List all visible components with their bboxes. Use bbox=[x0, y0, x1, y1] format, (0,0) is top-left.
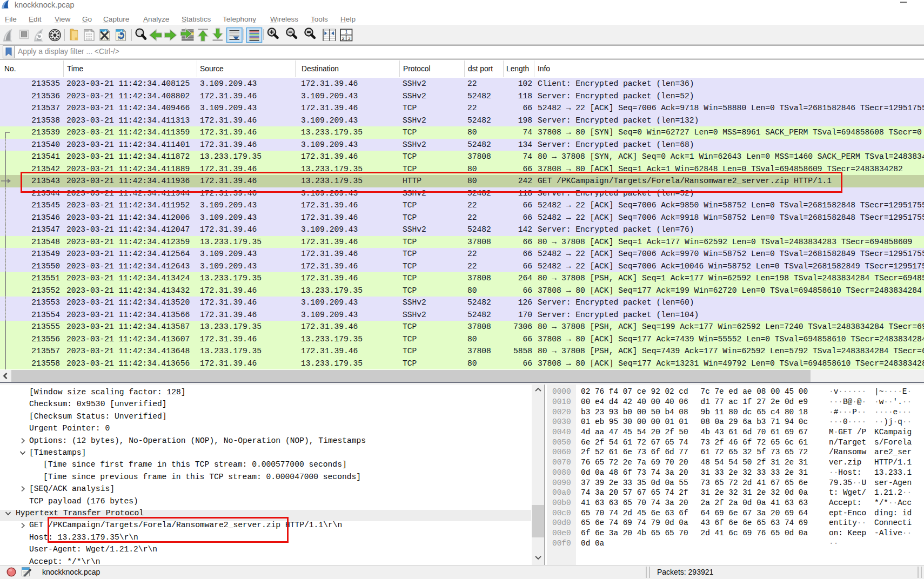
svg-text:2: 2 bbox=[342, 36, 344, 41]
svg-text:3: 3 bbox=[347, 36, 350, 41]
svg-text:1: 1 bbox=[345, 29, 347, 35]
